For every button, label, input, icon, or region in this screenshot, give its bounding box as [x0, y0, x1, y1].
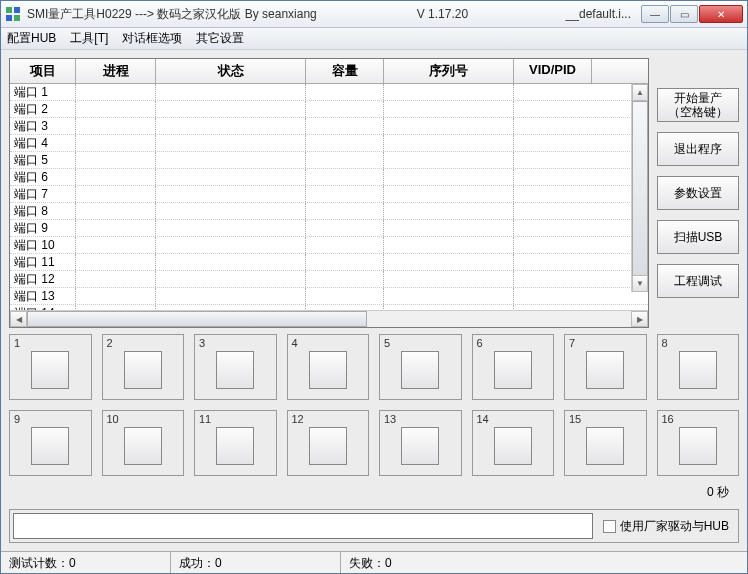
port-indicator[interactable]: [586, 427, 624, 465]
table-row[interactable]: 端口 8: [10, 203, 648, 220]
table-cell: [384, 101, 514, 117]
start-button[interactable]: 开始量产 （空格键）: [657, 88, 739, 122]
port-number: 7: [569, 337, 642, 349]
col-item[interactable]: 项目: [10, 59, 76, 83]
port-indicator[interactable]: [124, 351, 162, 389]
col-serial[interactable]: 序列号: [384, 59, 514, 83]
scroll-down-icon[interactable]: ▼: [632, 275, 648, 292]
table-cell: [384, 237, 514, 253]
table-cell: [306, 237, 384, 253]
table-row[interactable]: 端口 14: [10, 305, 648, 310]
minimize-button[interactable]: —: [641, 5, 669, 23]
driver-checkbox-wrap[interactable]: 使用厂家驱动与HUB: [603, 518, 729, 535]
close-button[interactable]: ✕: [699, 5, 743, 23]
port-indicator[interactable]: [216, 351, 254, 389]
table-row[interactable]: 端口 2: [10, 101, 648, 118]
port-indicator[interactable]: [309, 427, 347, 465]
scroll-right-icon[interactable]: ▶: [631, 311, 648, 327]
hscroll-thumb[interactable]: [27, 311, 367, 327]
menubar: 配置HUB 工具[T] 对话框选项 其它设置: [1, 28, 747, 50]
table-row[interactable]: 端口 9: [10, 220, 648, 237]
table-cell: [306, 152, 384, 168]
port-cell: 5: [379, 334, 462, 400]
col-progress[interactable]: 进程: [76, 59, 156, 83]
table-row[interactable]: 端口 6: [10, 169, 648, 186]
main-input[interactable]: [13, 513, 593, 539]
table-cell: [306, 203, 384, 219]
scan-button[interactable]: 扫描USB: [657, 220, 739, 254]
table-cell: [306, 135, 384, 151]
table-cell: [514, 203, 592, 219]
col-vidpid[interactable]: VID/PID: [514, 59, 592, 83]
hscroll-track[interactable]: [27, 311, 631, 327]
table-row[interactable]: 端口 1: [10, 84, 648, 101]
port-indicator[interactable]: [679, 351, 717, 389]
port-number: 12: [292, 413, 365, 425]
timer-label: 0 秒: [707, 484, 729, 501]
table-row[interactable]: 端口 3: [10, 118, 648, 135]
table-cell: [76, 84, 156, 100]
table-header: 项目 进程 状态 容量 序列号 VID/PID: [10, 59, 648, 84]
table-row[interactable]: 端口 5: [10, 152, 648, 169]
horizontal-scrollbar[interactable]: ◀ ▶: [10, 310, 648, 327]
port-number: 14: [477, 413, 550, 425]
table-cell: [76, 135, 156, 151]
table-row[interactable]: 端口 11: [10, 254, 648, 271]
settings-button[interactable]: 参数设置: [657, 176, 739, 210]
port-indicator[interactable]: [401, 351, 439, 389]
port-cell: 6: [472, 334, 555, 400]
port-indicator[interactable]: [401, 427, 439, 465]
vscroll-thumb[interactable]: [632, 101, 648, 281]
port-indicator[interactable]: [31, 351, 69, 389]
status-success: 成功：0: [171, 552, 341, 573]
port-indicator[interactable]: [309, 351, 347, 389]
debug-button[interactable]: 工程调试: [657, 264, 739, 298]
col-capacity[interactable]: 容量: [306, 59, 384, 83]
table-cell: [156, 305, 306, 310]
port-indicator[interactable]: [494, 351, 532, 389]
table-cell: 端口 3: [10, 118, 76, 134]
menu-dialog[interactable]: 对话框选项: [122, 30, 182, 47]
table-cell: [384, 118, 514, 134]
maximize-button[interactable]: ▭: [670, 5, 698, 23]
port-indicator[interactable]: [586, 351, 624, 389]
svg-rect-3: [14, 15, 20, 21]
table-row[interactable]: 端口 13: [10, 288, 648, 305]
table-cell: [156, 237, 306, 253]
port-cell: 1: [9, 334, 92, 400]
scroll-left-icon[interactable]: ◀: [10, 311, 27, 327]
table-row[interactable]: 端口 7: [10, 186, 648, 203]
table-row[interactable]: 端口 10: [10, 237, 648, 254]
menu-hub[interactable]: 配置HUB: [7, 30, 56, 47]
timer-row: 0 秒: [9, 482, 739, 503]
table-cell: [156, 152, 306, 168]
vertical-scrollbar[interactable]: ▲ ▼: [631, 84, 648, 292]
menu-other[interactable]: 其它设置: [196, 30, 244, 47]
port-number: 11: [199, 413, 272, 425]
port-indicator[interactable]: [679, 427, 717, 465]
table-cell: [76, 118, 156, 134]
menu-tools[interactable]: 工具[T]: [70, 30, 108, 47]
driver-checkbox[interactable]: [603, 520, 616, 533]
table-cell: [384, 203, 514, 219]
scroll-up-icon[interactable]: ▲: [632, 84, 648, 101]
table-row[interactable]: 端口 4: [10, 135, 648, 152]
port-number: 10: [107, 413, 180, 425]
port-indicator[interactable]: [216, 427, 254, 465]
table-cell: 端口 4: [10, 135, 76, 151]
port-indicator[interactable]: [124, 427, 162, 465]
table-cell: [384, 135, 514, 151]
port-number: 1: [14, 337, 87, 349]
input-row: 使用厂家驱动与HUB: [9, 509, 739, 543]
table-cell: [384, 152, 514, 168]
table-cell: [156, 271, 306, 287]
port-indicator[interactable]: [31, 427, 69, 465]
table-cell: 端口 1: [10, 84, 76, 100]
table-cell: [384, 305, 514, 310]
table-row[interactable]: 端口 12: [10, 271, 648, 288]
exit-button[interactable]: 退出程序: [657, 132, 739, 166]
col-status[interactable]: 状态: [156, 59, 306, 83]
port-indicator[interactable]: [494, 427, 532, 465]
table-cell: [76, 305, 156, 310]
port-number: 3: [199, 337, 272, 349]
